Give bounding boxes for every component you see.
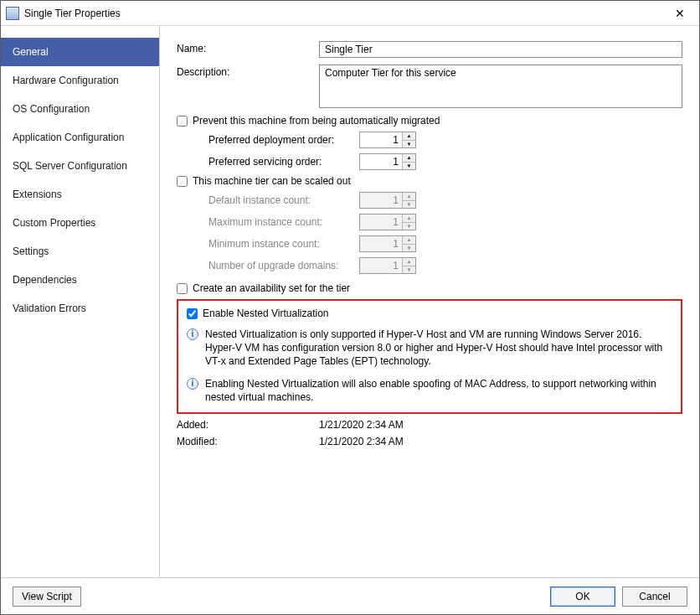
sidebar-item-general[interactable]: General (1, 38, 159, 66)
nested-virt-highlight: Enable Nested Virtualization i Nested Vi… (177, 299, 682, 414)
view-script-button[interactable]: View Script (13, 587, 81, 607)
sidebar-item-label: General (13, 46, 49, 58)
modified-label: Modified: (177, 436, 319, 447)
chevron-up-icon: ▲ (403, 236, 415, 245)
service-order-label: Preferred servicing order: (208, 156, 359, 168)
nested-virt-info-2: Enabling Nested Virtualization will also… (205, 377, 672, 404)
min-instance-label: Minimum instance count: (208, 238, 359, 250)
app-icon (6, 7, 19, 20)
nested-virt-checkbox[interactable] (187, 308, 198, 319)
upgrade-domains-label: Number of upgrade domains: (208, 260, 359, 271)
sidebar-item-label: Custom Properties (13, 217, 95, 229)
sidebar-item-label: Application Configuration (13, 132, 124, 143)
cancel-button[interactable]: Cancel (622, 587, 687, 607)
close-icon[interactable]: ✕ (661, 1, 699, 26)
sidebar-item-label: Hardware Configuration (13, 75, 119, 86)
sidebar-item-extensions[interactable]: Extensions (1, 180, 159, 209)
default-instance-stepper: ▲▼ (402, 193, 415, 208)
max-instance-label: Maximum instance count: (208, 216, 359, 228)
sidebar: General Hardware Configuration OS Config… (1, 26, 160, 577)
sidebar-item-hardware[interactable]: Hardware Configuration (1, 66, 159, 95)
ok-button[interactable]: OK (550, 587, 615, 607)
sidebar-item-label: SQL Server Configuration (13, 160, 127, 172)
sidebar-item-label: Settings (13, 245, 49, 257)
default-instance-input (360, 193, 402, 208)
prevent-migrate-label: Prevent this machine from being automati… (193, 115, 440, 127)
chevron-down-icon: ▼ (403, 245, 415, 252)
info-icon: i (187, 328, 198, 340)
info-icon: i (187, 378, 198, 390)
titlebar: Single Tier Properties ✕ (1, 1, 699, 26)
sidebar-item-label: Extensions (13, 189, 62, 200)
sidebar-item-application[interactable]: Application Configuration (1, 123, 159, 152)
nested-virt-label: Enable Nested Virtualization (203, 308, 329, 319)
sidebar-item-settings[interactable]: Settings (1, 237, 159, 266)
chevron-up-icon: ▲ (403, 214, 415, 223)
scale-out-label: This machine tier can be scaled out (193, 175, 351, 187)
description-input[interactable] (319, 65, 682, 108)
chevron-down-icon: ▼ (403, 266, 415, 274)
service-order-stepper[interactable]: ▲▼ (402, 154, 415, 169)
sidebar-item-label: Validation Errors (13, 302, 86, 314)
availability-set-checkbox[interactable] (177, 283, 188, 294)
chevron-down-icon[interactable]: ▼ (403, 141, 415, 148)
max-instance-stepper: ▲▼ (402, 214, 415, 230)
added-value: 1/21/2020 2:34 AM (319, 419, 404, 431)
dialog-footer: View Script OK Cancel (1, 577, 699, 614)
default-instance-label: Default instance count: (208, 194, 359, 206)
sidebar-item-label: OS Configuration (13, 103, 90, 115)
description-label: Description: (177, 65, 319, 78)
sidebar-item-sqlserver[interactable]: SQL Server Configuration (1, 152, 159, 180)
min-instance-stepper: ▲▼ (402, 236, 415, 251)
chevron-down-icon[interactable]: ▼ (403, 163, 415, 170)
chevron-down-icon: ▼ (403, 201, 415, 209)
properties-dialog: Single Tier Properties ✕ General Hardwar… (0, 0, 700, 615)
chevron-down-icon: ▼ (403, 223, 415, 230)
chevron-up-icon[interactable]: ▲ (403, 132, 415, 141)
name-label: Name: (177, 41, 319, 54)
chevron-up-icon[interactable]: ▲ (403, 154, 415, 163)
content-pane: Name: Description: Prevent this machine … (160, 26, 699, 577)
scale-out-checkbox[interactable] (177, 176, 188, 187)
sidebar-item-dependencies[interactable]: Dependencies (1, 266, 159, 294)
availability-set-label: Create an availability set for the tier (193, 282, 350, 294)
service-order-input[interactable] (360, 154, 402, 169)
sidebar-item-validation-errors[interactable]: Validation Errors (1, 294, 159, 323)
modified-value: 1/21/2020 2:34 AM (319, 436, 404, 447)
min-instance-input (360, 236, 402, 251)
sidebar-item-label: Dependencies (13, 274, 77, 286)
deploy-order-stepper[interactable]: ▲▼ (402, 132, 415, 147)
chevron-up-icon: ▲ (403, 193, 415, 201)
nested-virt-info-1: Nested Virtualization is only supported … (205, 328, 672, 369)
upgrade-domains-input (360, 258, 402, 273)
max-instance-input (360, 214, 402, 230)
deploy-order-label: Preferred deployment order: (208, 134, 359, 146)
name-input[interactable] (319, 41, 682, 58)
added-label: Added: (177, 419, 319, 431)
upgrade-domains-stepper: ▲▼ (402, 258, 415, 273)
sidebar-item-os[interactable]: OS Configuration (1, 95, 159, 123)
prevent-migrate-checkbox[interactable] (177, 116, 188, 127)
window-title: Single Tier Properties (24, 8, 121, 19)
deploy-order-input[interactable] (360, 132, 402, 147)
chevron-up-icon: ▲ (403, 258, 415, 266)
sidebar-item-custom-properties[interactable]: Custom Properties (1, 209, 159, 237)
